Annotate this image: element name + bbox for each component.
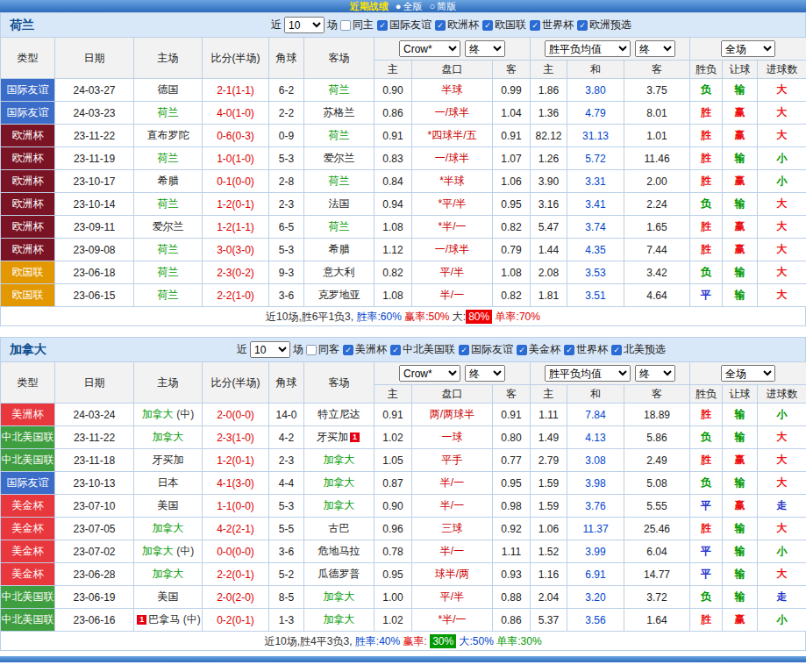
- league-cell[interactable]: 美金杯: [1, 540, 55, 563]
- team-link[interactable]: 加拿大: [153, 431, 184, 443]
- league-cell[interactable]: 欧国联: [1, 261, 55, 284]
- team-link[interactable]: 荷兰: [329, 129, 350, 141]
- score-cell[interactable]: 3-0(3-0): [203, 239, 269, 261]
- league-cell[interactable]: 中北美国联: [1, 449, 55, 472]
- league-cell[interactable]: 欧洲杯: [1, 125, 55, 147]
- league-cell[interactable]: 美金杯: [1, 518, 55, 540]
- filter-checkbox[interactable]: ✓欧国联: [482, 18, 526, 32]
- odds-source-select[interactable]: Crow*: [399, 365, 460, 382]
- odds-final-select[interactable]: 终: [465, 365, 505, 382]
- checkbox-unchecked-icon[interactable]: [306, 345, 317, 355]
- checkbox-checked-icon[interactable]: ✓: [517, 345, 527, 355]
- league-cell[interactable]: 国际友谊: [1, 472, 55, 495]
- checkbox-checked-icon[interactable]: ✓: [577, 20, 588, 31]
- team-link[interactable]: 荷兰: [329, 220, 350, 232]
- score-cell[interactable]: 4-2(2-1): [203, 518, 269, 540]
- team-link[interactable]: 荷兰: [158, 289, 179, 301]
- score-cell[interactable]: 1-2(0-1): [203, 193, 269, 216]
- score-cell[interactable]: 2-3(0-2): [203, 261, 269, 284]
- team-link[interactable]: 荷兰: [158, 106, 179, 118]
- team-link[interactable]: 加拿大: [153, 568, 184, 580]
- league-cell[interactable]: 欧洲杯: [1, 170, 55, 193]
- score-cell[interactable]: 2-0(0-0): [203, 404, 269, 426]
- filter-checkbox[interactable]: ✓欧洲杯: [435, 18, 479, 32]
- team-link[interactable]: 荷兰: [329, 83, 350, 96]
- score-cell[interactable]: 1-2(0-1): [203, 449, 269, 472]
- checkbox-checked-icon[interactable]: ✓: [377, 20, 388, 31]
- score-cell[interactable]: 0-0(0-0): [203, 540, 269, 563]
- avg-final-select[interactable]: 终: [635, 40, 675, 57]
- checkbox-checked-icon[interactable]: ✓: [459, 345, 469, 355]
- score-cell[interactable]: 0-1(0-0): [203, 170, 269, 193]
- score-cell[interactable]: 2-0(2-0): [203, 586, 269, 609]
- team-link[interactable]: 日本: [158, 476, 179, 489]
- score-cell[interactable]: 2-1(1-1): [203, 79, 269, 102]
- team-link[interactable]: 爱尔兰: [153, 220, 184, 232]
- checkbox-checked-icon[interactable]: ✓: [611, 345, 622, 355]
- scope-select[interactable]: 全场: [721, 365, 775, 382]
- filter-checkbox[interactable]: ✓欧洲预选: [577, 18, 631, 32]
- checkbox-checked-icon[interactable]: ✓: [390, 345, 401, 355]
- checkbox-checked-icon[interactable]: ✓: [564, 345, 574, 355]
- team-link[interactable]: 巴拿马: [148, 613, 180, 626]
- league-cell[interactable]: 美金杯: [1, 495, 55, 518]
- scope-select[interactable]: 全场: [721, 40, 775, 57]
- team-link[interactable]: 苏格兰: [324, 106, 355, 118]
- team-link[interactable]: 牙买加: [153, 454, 184, 466]
- team-link[interactable]: 美国: [158, 499, 179, 511]
- team-link[interactable]: 加拿大: [153, 522, 184, 534]
- league-cell[interactable]: 欧洲杯: [1, 216, 55, 239]
- avg-source-select[interactable]: 胜平负均值: [545, 40, 631, 57]
- score-cell[interactable]: 0-6(0-3): [203, 125, 269, 147]
- league-cell[interactable]: 欧国联: [1, 284, 55, 307]
- league-cell[interactable]: 欧洲杯: [1, 147, 55, 170]
- score-cell[interactable]: 4-0(1-0): [203, 102, 269, 125]
- score-cell[interactable]: 2-2(0-1): [203, 563, 269, 586]
- filter-checkbox[interactable]: 同主: [340, 18, 374, 32]
- filter-checkbox[interactable]: ✓中北美国联: [390, 342, 455, 357]
- team-link[interactable]: 德国: [158, 83, 179, 96]
- team-link[interactable]: 直布罗陀: [147, 129, 189, 141]
- team-link[interactable]: 古巴: [329, 522, 350, 534]
- league-cell[interactable]: 国际友谊: [1, 79, 55, 102]
- team-link[interactable]: 加拿大: [324, 499, 355, 511]
- team-link[interactable]: 荷兰: [158, 266, 179, 278]
- radio-simple-version[interactable]: ○ 简版: [430, 0, 457, 13]
- checkbox-checked-icon[interactable]: ✓: [482, 20, 493, 31]
- team-link[interactable]: 美国: [158, 590, 179, 603]
- team-link[interactable]: 荷兰: [158, 243, 179, 255]
- filter-checkbox[interactable]: ✓国际友谊: [459, 342, 513, 357]
- team-link[interactable]: 加拿大: [142, 545, 174, 557]
- team-link[interactable]: 加拿大: [324, 476, 355, 489]
- league-cell[interactable]: 欧洲杯: [1, 239, 55, 261]
- filter-checkbox[interactable]: ✓美金杯: [517, 342, 560, 357]
- team-link[interactable]: 爱尔兰: [324, 152, 355, 164]
- filter-checkbox[interactable]: ✓世界杯: [564, 342, 608, 357]
- team-link[interactable]: 法国: [329, 197, 350, 210]
- score-cell[interactable]: 1-0(1-0): [203, 147, 269, 170]
- league-cell[interactable]: 中北美国联: [1, 586, 55, 609]
- match-count-select[interactable]: 10: [284, 17, 325, 33]
- odds-source-select[interactable]: Crow*: [399, 40, 460, 57]
- checkbox-checked-icon[interactable]: ✓: [435, 20, 446, 31]
- odds-final-select[interactable]: 终: [465, 40, 505, 57]
- team-link[interactable]: 希腊: [158, 175, 179, 187]
- league-cell[interactable]: 国际友谊: [1, 102, 55, 125]
- score-cell[interactable]: 1-2(1-1): [203, 216, 269, 239]
- filter-checkbox[interactable]: ✓美洲杯: [343, 342, 387, 357]
- filter-checkbox[interactable]: 同客: [306, 342, 339, 357]
- score-cell[interactable]: 2-2(1-0): [203, 284, 269, 307]
- filter-checkbox[interactable]: ✓北美预选: [611, 342, 666, 357]
- checkbox-checked-icon[interactable]: ✓: [530, 20, 540, 31]
- league-cell[interactable]: 美洲杯: [1, 404, 55, 426]
- team-link[interactable]: 加拿大: [324, 590, 355, 603]
- checkbox-unchecked-icon[interactable]: [340, 20, 351, 31]
- checkbox-checked-icon[interactable]: ✓: [343, 345, 353, 355]
- team-link[interactable]: 牙买加: [317, 431, 348, 443]
- score-cell[interactable]: 4-1(3-0): [203, 472, 269, 495]
- team-link[interactable]: 加拿大: [142, 408, 174, 420]
- score-cell[interactable]: 0-2(0-1): [203, 609, 269, 632]
- team-link[interactable]: 加拿大: [324, 454, 355, 466]
- match-count-select[interactable]: 10: [250, 341, 290, 358]
- league-cell[interactable]: 美金杯: [1, 563, 55, 586]
